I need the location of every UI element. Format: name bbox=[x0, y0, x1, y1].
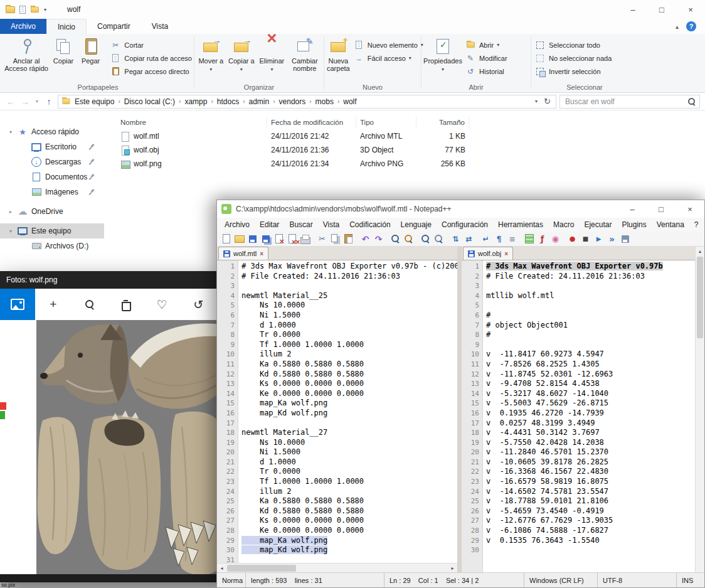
stop-macro-icon[interactable] bbox=[580, 233, 591, 245]
collapse-ribbon-icon[interactable]: ▴ bbox=[676, 23, 679, 30]
scroll-right-icon[interactable]: ▸ bbox=[448, 565, 457, 571]
monitor-icon[interactable] bbox=[549, 233, 561, 245]
zoom-out-icon[interactable] bbox=[433, 233, 445, 245]
sidebar-item-escritorio[interactable]: Escritorio bbox=[0, 139, 104, 154]
rename-button[interactable]: Cambiar nombre bbox=[288, 36, 322, 72]
close-tab-icon[interactable]: × bbox=[504, 250, 508, 257]
doc-map-icon[interactable] bbox=[523, 233, 535, 245]
close-all-icon[interactable] bbox=[286, 233, 298, 245]
tab-wolf-mtl[interactable]: wolf.mtl × bbox=[218, 247, 268, 260]
up-button[interactable]: ↑ bbox=[43, 97, 55, 107]
close-button[interactable]: × bbox=[676, 200, 704, 218]
sidebar-item-imágenes[interactable]: Imágenes bbox=[0, 184, 104, 200]
undo-icon[interactable] bbox=[359, 233, 371, 245]
save-all-icon[interactable] bbox=[260, 233, 272, 245]
breadcrumb-item[interactable]: mobs bbox=[312, 97, 337, 106]
sidebar-item-onedrive[interactable]: ▸OneDrive bbox=[0, 204, 104, 219]
sidebar-item-este-equipo[interactable]: ▾Este equipo bbox=[0, 223, 104, 238]
status-encoding[interactable]: UTF-8 bbox=[598, 573, 677, 587]
sidebar-item-acceso-rápido[interactable]: ▾Acceso rápido bbox=[0, 124, 104, 139]
new-file-icon[interactable] bbox=[220, 233, 232, 245]
rotate-icon[interactable]: ↺ bbox=[180, 289, 216, 320]
find-icon[interactable] bbox=[390, 233, 401, 245]
replace-icon[interactable] bbox=[403, 233, 415, 245]
help-icon[interactable]: ? bbox=[686, 21, 696, 31]
menu-ventana[interactable]: Ventana bbox=[652, 220, 689, 229]
minimize-button[interactable]: – bbox=[618, 0, 647, 19]
select-none-button[interactable]: No seleccionar nada bbox=[534, 53, 612, 63]
column-header-tipo[interactable]: Tipo bbox=[356, 117, 416, 128]
paste-shortcut-button[interactable]: Pegar acceso directo bbox=[110, 66, 192, 77]
show-symbols-icon[interactable] bbox=[493, 233, 505, 245]
open-icon[interactable] bbox=[233, 233, 245, 245]
easy-access-button[interactable]: → Fácil acceso ▾ bbox=[353, 53, 423, 63]
sidebar-item-descargas[interactable]: Descargas bbox=[0, 154, 104, 169]
properties-button[interactable]: Propiedades ▾ bbox=[423, 36, 462, 73]
sync-h-icon[interactable] bbox=[463, 233, 475, 245]
move-to-button[interactable]: Mover a ▾ bbox=[196, 36, 226, 73]
menu-vista[interactable]: Vista bbox=[318, 220, 344, 229]
forward-button[interactable]: → bbox=[19, 97, 31, 107]
maximize-button[interactable]: □ bbox=[647, 200, 676, 218]
tab-compartir[interactable]: Compartir bbox=[87, 19, 141, 34]
sidebar-item-documentos[interactable]: Documentos bbox=[0, 169, 104, 184]
column-header-nombre[interactable]: Nombre bbox=[117, 117, 267, 128]
redo-icon[interactable] bbox=[373, 233, 384, 245]
tab-archivo[interactable]: Archivo bbox=[0, 19, 46, 34]
copy-button[interactable]: Copiar bbox=[50, 36, 77, 65]
cut-icon[interactable] bbox=[316, 233, 328, 245]
copy-icon[interactable] bbox=[329, 233, 341, 245]
menu-macro[interactable]: Macro bbox=[548, 220, 579, 229]
scrollbar-thumb[interactable] bbox=[227, 565, 296, 572]
wrap-icon[interactable] bbox=[480, 233, 492, 245]
copy-to-button[interactable]: Copiar a ▾ bbox=[227, 36, 257, 73]
status-insert-mode[interactable]: INS bbox=[677, 573, 704, 587]
scrollbar-thumb[interactable] bbox=[697, 257, 703, 338]
play-macro-icon[interactable] bbox=[593, 233, 605, 245]
breadcrumb-item[interactable]: htdocs bbox=[213, 97, 243, 106]
run-multi-icon[interactable] bbox=[606, 233, 618, 245]
qat-dropdown-icon[interactable]: ▾ bbox=[44, 7, 46, 13]
breadcrumb-item[interactable]: xampp bbox=[181, 97, 211, 106]
sidebar-item-archivos-d[interactable]: Archivos (D:) bbox=[0, 238, 104, 254]
minimize-button[interactable]: – bbox=[618, 200, 647, 218]
add-icon[interactable]: + bbox=[35, 289, 72, 320]
menu-editar[interactable]: Editar bbox=[255, 220, 284, 229]
menu-ejecutar[interactable]: Ejecutar bbox=[579, 220, 617, 229]
paste-button[interactable]: Pegar bbox=[78, 36, 104, 65]
breadcrumb-item[interactable]: admin bbox=[245, 97, 273, 106]
pin-to-quick-access-button[interactable]: Anclar al Acceso rápido bbox=[4, 36, 49, 72]
sync-v-icon[interactable] bbox=[450, 233, 462, 245]
qat-new-folder-icon[interactable] bbox=[31, 6, 39, 12]
back-button[interactable]: ← bbox=[5, 97, 16, 107]
file-row[interactable]: wolf.png24/11/2016 21:34Archivo PNG256 K… bbox=[117, 157, 705, 171]
column-header-fecha-de-modificación[interactable]: Fecha de modificación bbox=[267, 117, 356, 128]
close-button[interactable]: × bbox=[676, 0, 705, 19]
function-list-icon[interactable] bbox=[536, 233, 548, 245]
breadcrumb-item[interactable]: Disco local (C:) bbox=[120, 97, 179, 106]
tab-inicio[interactable]: Inicio bbox=[46, 19, 87, 34]
code-area-obj[interactable]: # 3ds Max Wavefront OBJ Exporter v0.97b#… bbox=[483, 260, 695, 572]
address-bar[interactable]: Este equipo›Disco local (C:)›xampp›htdoc… bbox=[58, 95, 556, 109]
new-folder-button[interactable]: Nueva carpeta bbox=[326, 36, 351, 72]
breadcrumb-item[interactable]: vendors bbox=[275, 97, 310, 106]
zoom-in-icon[interactable] bbox=[420, 233, 432, 245]
code-area-mtl[interactable]: # 3ds Max Wavefront OBJ Exporter v0.97b … bbox=[238, 260, 457, 563]
menu-plugins[interactable]: Plugins bbox=[617, 220, 651, 229]
vertical-scrollbar[interactable]: ▴ bbox=[695, 247, 704, 572]
delete-icon[interactable] bbox=[108, 289, 144, 320]
qat-properties-icon[interactable] bbox=[19, 6, 26, 14]
select-all-button[interactable]: Seleccionar todo bbox=[534, 40, 612, 50]
tab-wolf-obj[interactable]: wolf.obj × bbox=[463, 247, 513, 260]
menu-configuración[interactable]: Configuración bbox=[437, 220, 493, 229]
status-eol[interactable]: Windows (CR LF) bbox=[524, 573, 598, 587]
file-row[interactable]: wolf.mtl24/11/2016 21:42Archivo MTL1 KB bbox=[117, 129, 705, 143]
history-button[interactable]: ↺ Historial bbox=[465, 66, 507, 77]
save-macro-icon[interactable] bbox=[619, 233, 631, 245]
print-icon[interactable] bbox=[299, 233, 311, 245]
photos-app-button[interactable] bbox=[0, 289, 35, 320]
edit-button[interactable]: ✎ Modificar bbox=[465, 53, 507, 63]
menu-lenguaje[interactable]: Lenguaje bbox=[396, 220, 437, 229]
delete-button[interactable]: Eliminar ▾ bbox=[257, 36, 287, 73]
horizontal-scrollbar[interactable]: ◂ ▸ bbox=[217, 563, 457, 572]
